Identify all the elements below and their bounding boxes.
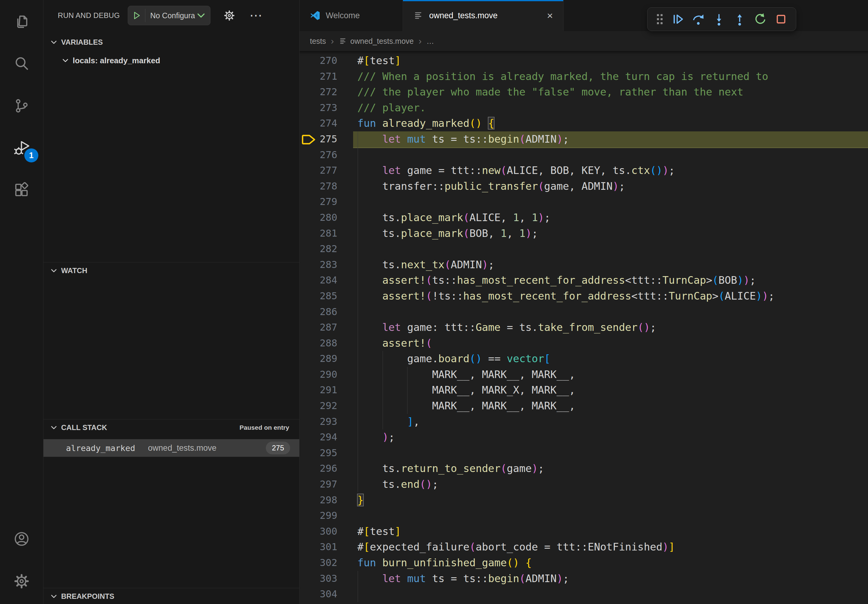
code-line[interactable]: 278 transfer::public_transfer(game, ADMI…	[299, 178, 868, 194]
gear-icon[interactable]	[223, 9, 236, 22]
debug-stop-button[interactable]	[772, 10, 790, 28]
debug-step-into-button[interactable]	[710, 10, 728, 28]
line-number[interactable]: 279	[299, 194, 337, 210]
line-number[interactable]: 288	[299, 336, 337, 351]
code-line[interactable]: 296 ts.return_to_sender(game);	[299, 461, 868, 477]
more-actions-icon[interactable]: ⋯	[250, 12, 264, 19]
code-line[interactable]: 289 game.board() == vector[	[299, 351, 868, 367]
line-number[interactable]: 272	[299, 84, 337, 100]
code-line[interactable]: 273/// player.	[299, 100, 868, 116]
code-line[interactable]: 295	[299, 445, 868, 461]
debug-drag-handle[interactable]	[654, 10, 666, 28]
line-number[interactable]: 304	[299, 586, 337, 602]
line-number[interactable]: 292	[299, 398, 337, 414]
line-number[interactable]: 298	[299, 492, 337, 508]
breadcrumb-item[interactable]: owned_tests.move	[339, 37, 414, 46]
line-number[interactable]: 283	[299, 257, 337, 273]
line-number[interactable]: 280	[299, 210, 337, 226]
code-line[interactable]: 277 let game = ttt::new(ALICE, BOB, KEY,…	[299, 163, 868, 178]
line-number[interactable]: 290	[299, 367, 337, 383]
close-icon[interactable]: ×	[535, 10, 553, 22]
line-number[interactable]: 271	[299, 69, 337, 85]
call-stack-frame[interactable]: already_markedowned_tests.move275	[43, 439, 299, 457]
code-line[interactable]: 279	[299, 194, 868, 210]
watch-section-header[interactable]: WATCH	[43, 262, 299, 279]
code-line[interactable]: 297 ts.end();	[299, 477, 868, 492]
line-number[interactable]: 297	[299, 477, 337, 492]
debug-start-icon[interactable]	[132, 11, 141, 20]
code-editor[interactable]: 270#[test]271/// When a position is alre…	[299, 51, 868, 604]
activitybar-explorer[interactable]	[0, 0, 43, 42]
debug-step-over-button[interactable]	[690, 10, 707, 28]
code-line[interactable]: 285 assert!(!ts::has_most_recent_for_add…	[299, 288, 868, 304]
line-number[interactable]: 276	[299, 147, 337, 163]
line-number[interactable]: 291	[299, 382, 337, 398]
code-line[interactable]: 292 MARK__, MARK__, MARK__,	[299, 398, 868, 414]
code-line[interactable]: 293 ],	[299, 414, 868, 430]
code-line[interactable]: 294 );	[299, 429, 868, 445]
activitybar-settings[interactable]	[0, 560, 43, 602]
line-number[interactable]: 296	[299, 461, 337, 477]
line-number[interactable]: 281	[299, 226, 337, 242]
line-number[interactable]: 273	[299, 100, 337, 116]
activitybar-search[interactable]	[0, 42, 43, 85]
code-line[interactable]: 291 MARK__, MARK_X, MARK__,	[299, 382, 868, 398]
debug-continue-button[interactable]	[669, 10, 687, 28]
code-line[interactable]: 290 MARK__, MARK__, MARK__,	[299, 367, 868, 383]
code-line[interactable]: 299	[299, 508, 868, 524]
debug-step-out-button[interactable]	[731, 10, 749, 28]
line-number[interactable]: 284	[299, 273, 337, 288]
code-line[interactable]: 303 let mut ts = ts::begin(ADMIN);	[299, 571, 868, 587]
line-number[interactable]: 303	[299, 571, 337, 587]
line-number[interactable]: 277	[299, 163, 337, 178]
line-number[interactable]: 286	[299, 304, 337, 320]
breadcrumb-item[interactable]: tests	[310, 37, 326, 46]
breadcrumb-item[interactable]: …	[426, 37, 434, 46]
line-number[interactable]: 285	[299, 288, 337, 304]
activitybar-extensions[interactable]	[0, 169, 43, 211]
code-line[interactable]: 288 assert!(	[299, 336, 868, 351]
code-line[interactable]: 272/// the player who made the "false" m…	[299, 84, 868, 100]
line-number[interactable]: 301	[299, 539, 337, 555]
code-line[interactable]: 304	[299, 586, 868, 602]
line-number[interactable]: 302	[299, 555, 337, 571]
line-number[interactable]: 275	[299, 132, 337, 147]
code-line[interactable]: 270#[test]	[299, 53, 868, 69]
code-line[interactable]: 298}	[299, 492, 868, 508]
line-number[interactable]: 294	[299, 429, 337, 445]
line-number[interactable]: 289	[299, 351, 337, 367]
code-line[interactable]: 284 assert!(ts::has_most_recent_for_addr…	[299, 273, 868, 288]
tab-welcome[interactable]: Welcome	[299, 0, 403, 31]
debug-restart-button[interactable]	[752, 10, 769, 28]
variables-locals-row[interactable]: locals: already_marked	[43, 52, 299, 69]
code-line[interactable]: 282	[299, 241, 868, 257]
activitybar-run-and-debug[interactable]: 1	[0, 127, 43, 169]
code-line[interactable]: 286	[299, 304, 868, 320]
variables-section-header[interactable]: VARIABLES	[43, 34, 299, 51]
activitybar-accounts[interactable]	[0, 517, 43, 560]
code-line[interactable]: 271/// When a position is already marked…	[299, 69, 868, 85]
line-number[interactable]: 278	[299, 178, 337, 194]
line-number[interactable]: 270	[299, 53, 337, 69]
code-line[interactable]: 287 let game: ttt::Game = ts.take_from_s…	[299, 320, 868, 336]
line-number[interactable]: 293	[299, 414, 337, 430]
call-stack-section-header[interactable]: CALL STACK Paused on entry	[43, 419, 299, 435]
code-line[interactable]: 281 ts.place_mark(BOB, 1, 1);	[299, 226, 868, 242]
line-number[interactable]: 274	[299, 116, 337, 132]
tab-owned-tests-move[interactable]: owned_tests.move×	[403, 0, 564, 31]
code-line[interactable]: 275 let mut ts = ts::begin(ADMIN);	[299, 132, 868, 147]
debug-config-button[interactable]: No Configura	[128, 6, 211, 25]
code-line[interactable]: 283 ts.next_tx(ADMIN);	[299, 257, 868, 273]
code-line[interactable]: 280 ts.place_mark(ALICE, 1, 1);	[299, 210, 868, 226]
code-line[interactable]: 302fun burn_unfinished_game() {	[299, 555, 868, 571]
activitybar-source-control[interactable]	[0, 85, 43, 127]
code-line[interactable]: 300#[test]	[299, 524, 868, 539]
code-line[interactable]: 274fun already_marked() {	[299, 116, 868, 132]
code-line[interactable]: 301#[expected_failure(abort_code = ttt::…	[299, 539, 868, 555]
line-number[interactable]: 282	[299, 241, 337, 257]
line-number[interactable]: 300	[299, 524, 337, 539]
breakpoints-section-header[interactable]: BREAKPOINTS	[43, 588, 299, 604]
line-number[interactable]: 287	[299, 320, 337, 336]
code-line[interactable]: 276	[299, 147, 868, 163]
line-number[interactable]: 299	[299, 508, 337, 524]
